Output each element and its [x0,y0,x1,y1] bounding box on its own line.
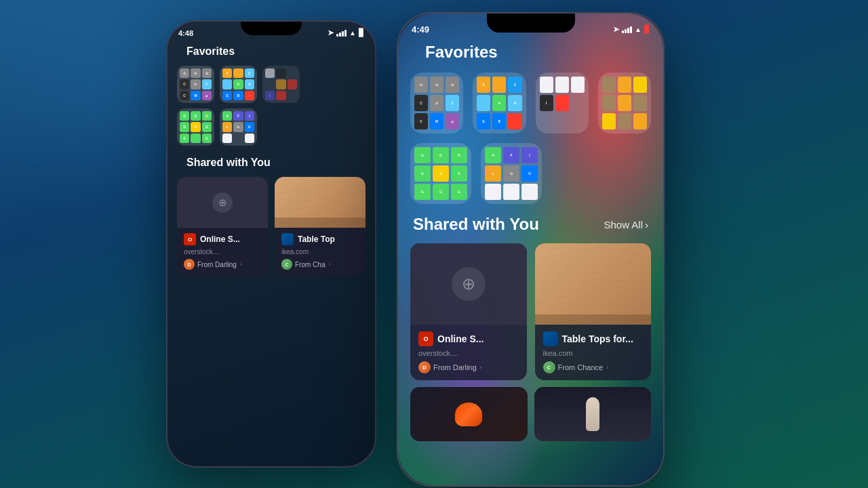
fg-mini-d4: G [414,165,431,182]
mini-icon-d7 [222,134,232,143]
notch-fg [487,14,575,33]
fg-mini-8: M [430,113,443,129]
card-url-2-bg: ikea.com [281,248,359,256]
mini-icon-c2: G [191,111,200,121]
phone-fg-screen: 4:49 ➤ ▲ ▊ Favorites [398,14,663,485]
mini-icon-8: M [191,91,200,100]
fg-mini-a2 [492,77,506,93]
card-title-1-fg: O Online S... [418,331,519,346]
card-preview-4-fg [534,387,652,441]
favorites-title-bg: Favorites [177,45,366,58]
shared-card-1-fg[interactable]: ⊕ O Online S... overstock.. [410,243,527,380]
fg-mini-e4: L [485,165,501,182]
signal-bg [336,30,347,37]
mini-icon-b2 [276,68,285,78]
mini-icon-b9 [288,91,297,100]
mini-icon-a6: A [245,79,254,89]
phone-fg-content: Favorites ⊙ ⊙ ⊙ C ⊙ C C M μ [398,37,663,485]
favorites-title-fg: Favorites [410,43,651,62]
fg-mini-a7: E [477,113,490,129]
shared-card-3-fg[interactable] [410,387,528,441]
mini-icon-d1: ✳ [222,111,232,121]
mini-icon-7: C [180,91,189,100]
table-edge-fg [535,314,652,325]
mini-icon-b4 [265,79,275,89]
fg-mini-d6: G [451,165,467,182]
fg-mini-b7 [540,113,553,129]
fg-mini-a6: A [508,95,521,111]
mini-icon-2: ⊙ [191,68,200,78]
from-text-2-bg: From Cha [295,261,325,268]
folder-5-bg[interactable]: ✳ F I L ⊙ U [220,108,257,146]
mini-icon-c7: G [180,134,189,143]
mini-icon-6: C [202,79,212,89]
folder-row-1-fg: ⊙ ⊙ ⊙ C ⊙ C C M μ F [410,73,651,134]
folder-1-fg[interactable]: ⊙ ⊙ ⊙ C ⊙ C C M μ [410,73,463,134]
shared-card-2-fg[interactable]: Table Tops for... ikea.com C From Chance… [535,243,652,380]
card-preview-1-fg: ⊕ [410,243,527,325]
mini-icon-9: μ [202,91,212,100]
card-info-2-bg: Table Top ikea.com C From Cha › [275,228,366,275]
folder-1-bg[interactable]: ⊙ ⊙ ⊙ C ⊙ C C M μ [177,66,214,103]
fg-mini-e1: ✳ [485,147,501,163]
fg-mini-d7: G [414,184,431,200]
folder-3-bg[interactable]: I [262,66,300,103]
card-info-2-fg: Table Tops for... ikea.com C From Chance… [535,325,652,380]
fg-mini-b6 [571,95,585,111]
folder-2-fg[interactable]: F C ✳ A E B [473,73,526,134]
compass-icon-1-fg: ⊕ [452,267,486,301]
shared-card-2-bg[interactable]: Table Top ikea.com C From Cha › [275,177,366,275]
fg-mini-c2 [618,77,631,93]
mini-icon-b8 [276,91,285,100]
fg-mini-c1 [602,77,616,93]
shared-card-4-fg[interactable] [534,387,652,441]
folder-2-bg[interactable]: F C ✳ A E B [220,66,257,103]
folder-4-bg[interactable]: G G G G U G G G [177,108,214,146]
fg-mini-e8 [503,184,519,200]
fg-mini-e7 [485,184,501,200]
mini-icon-c5: U [191,122,200,131]
overstock-letter: O [418,331,433,346]
wifi-icon-fg: ▲ [635,26,642,33]
card-title-text-1-bg: Online S... [200,235,240,244]
shared-title-fg: Shared with You [413,215,539,234]
from-avatar-1-bg: D [184,259,195,270]
from-text-2-fg: From Chance [558,363,604,371]
folder-5-fg[interactable]: G G G G U G G G G [410,143,471,204]
fg-mini-a1: F [477,77,490,93]
mini-icon-c1: G [180,111,189,121]
card-from-1-bg: D From Darling › [184,259,261,270]
folder-4-fg[interactable] [598,73,651,134]
fg-mini-b8 [555,113,569,129]
fg-mini-b3 [571,77,585,93]
folder-6-fg[interactable]: ✳ F I L ⊙ U [481,143,542,204]
fg-mini-9: μ [446,113,459,129]
card-url-2-fg: ikea.com [543,349,644,357]
fg-mini-d2: G [433,147,449,163]
show-all-button[interactable]: Show All › [604,219,648,230]
shared-card-1-bg[interactable]: ⊕ O Online S... overstock.. [177,177,268,275]
safari-fg-1: ⊕ [410,243,527,325]
mini-icon-1: ⊙ [180,68,189,78]
from-arrow-2-bg: › [328,261,330,268]
fg-mini-c7 [602,113,616,129]
mini-icon-d6: U [245,122,254,131]
fg-mini-d9: G [451,184,467,200]
fg-mini-c5 [618,95,631,111]
folder-3-fg[interactable]: I [536,73,589,134]
ikea-badge-bg [281,233,294,245]
mini-icon-d4: L [222,122,232,131]
mini-icon-d5: ⊙ [233,122,243,131]
figure-shape [586,397,599,431]
fg-mini-d8: G [433,184,449,200]
fg-mini-4: C [414,95,428,111]
mini-icon-d9 [245,134,254,143]
fg-mini-d5: U [433,165,449,182]
mini-icon-d2: F [233,111,243,121]
mini-icon-a7: E [222,91,232,100]
signal-bar-fg-2 [625,29,627,33]
mini-icon-a8: B [233,91,243,100]
card-preview-2-bg [275,177,366,228]
card-from-2-bg: C From Cha › [281,259,359,270]
time-fg: 4:49 [412,24,429,35]
